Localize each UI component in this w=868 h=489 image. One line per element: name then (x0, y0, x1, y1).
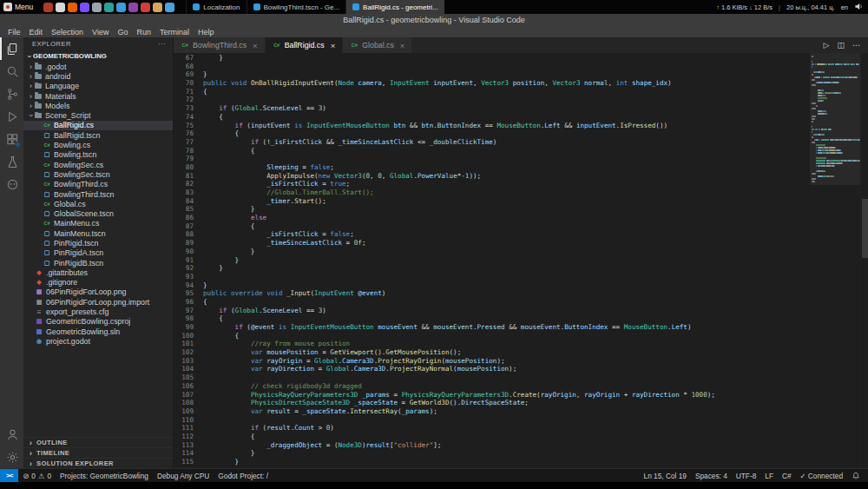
workspace-section-header[interactable]: › GEOMETRICBOWLING (23, 50, 173, 62)
menu-run[interactable]: Run (132, 28, 155, 36)
godot-connection[interactable]: ✓ Connected (796, 469, 847, 482)
code-line[interactable]: 75 if (inputEvent is InputEventMouseButt… (174, 122, 810, 130)
panel-app-icon-5[interactable] (92, 3, 102, 12)
code-line[interactable]: 72 (174, 96, 810, 104)
settings-activity-button[interactable] (0, 446, 23, 468)
code-line[interactable]: 111 if (result.Count > 0) (174, 424, 810, 433)
tree-file--gitignore[interactable]: ◆.gitignore (23, 278, 173, 287)
code-line[interactable]: 102 var mousePosition = GetViewport().Ge… (174, 348, 810, 357)
code-line[interactable]: 93 (174, 273, 810, 281)
code-line[interactable]: 78 { (174, 147, 810, 155)
code-line[interactable]: 98 { (174, 314, 810, 323)
tree-file-bowlingthird-tscn[interactable]: ▢BowlingThird.tscn (23, 189, 173, 199)
code-line[interactable]: 110 (174, 416, 810, 425)
tree-folder-scene-script[interactable]: ›Scene_Script (23, 110, 173, 120)
tree-file-geometricbowling-csproj[interactable]: ▤GeometricBowling.csproj (23, 317, 173, 327)
menu-selection[interactable]: Selection (47, 28, 88, 36)
projects-status[interactable]: Projects: GeometricBowling (56, 469, 153, 482)
tree-file-pinrigid-tscn[interactable]: ▢PinRigid.tscn (23, 238, 173, 248)
tree-file-ballrigid-cs[interactable]: C#BallRigid.cs (23, 121, 173, 130)
debug-config-status[interactable]: Debug Any CPU (153, 469, 214, 482)
code-line[interactable]: 97 if (Global.SceneLevel == 3) (174, 307, 810, 315)
code-line[interactable]: 86 else (174, 214, 810, 222)
godot-tools-activity-button[interactable] (0, 173, 23, 195)
panel-app-icon-1[interactable] (43, 3, 53, 12)
code-line[interactable]: 87 { (174, 222, 810, 231)
code-line[interactable]: 91 } (174, 256, 810, 265)
code-line[interactable]: 113 _draggedObject = (Node3D)result["col… (174, 441, 810, 450)
code-line[interactable]: 99 if (@event is InputEventMouseButton m… (174, 323, 810, 332)
menu-terminal[interactable]: Terminal (155, 28, 194, 36)
eol[interactable]: LF (760, 469, 778, 482)
tab-ballrigid-cs[interactable]: C#BallRigid.cs× (266, 37, 344, 53)
menu-view[interactable]: View (88, 28, 113, 36)
tab-bowlingthird-cs[interactable]: C#BowlingThird.cs× (174, 37, 266, 53)
code-content[interactable]: 67 }6869}70public void OnBallRigidInputE… (174, 53, 810, 468)
tree-file-bowling-cs[interactable]: C#Bowling.cs (23, 140, 173, 149)
code-line[interactable]: 76 { (174, 129, 810, 138)
explorer-activity-button[interactable] (0, 37, 23, 60)
tree-file-bowlingsec-cs[interactable]: C#BowlingSec.cs (23, 160, 173, 169)
testing-activity-button[interactable] (0, 150, 23, 173)
code-line[interactable]: 95public override void _Input(InputEvent… (174, 289, 810, 298)
tree-file-geometricbowling-sln[interactable]: ▤GeometricBowling.sln (23, 327, 173, 336)
code-line[interactable]: 94} (174, 281, 810, 290)
code-line[interactable]: 104 var rayDirection = Global.Camera3D.P… (174, 365, 810, 373)
panel-app-icon-10[interactable] (153, 3, 162, 12)
menu-file[interactable]: File (3, 28, 25, 36)
tree-file-bowlingsec-tscn[interactable]: ▢BowlingSec.tscn (23, 169, 173, 179)
sidebar-panel-outline[interactable]: ›OUTLINE (23, 437, 173, 447)
indentation[interactable]: Spaces: 4 (691, 469, 732, 482)
code-line[interactable]: 85 } (174, 205, 810, 214)
tab-global-cs[interactable]: C#Global.cs× (343, 37, 412, 53)
code-line[interactable]: 89 _timeSinceLastClick = 0f; (174, 239, 810, 248)
code-line[interactable]: 115 } (174, 458, 810, 466)
code-line[interactable]: 108 PhysicsDirectSpaceState3D _spaceStat… (174, 399, 810, 407)
panel-app-icon-2[interactable] (56, 3, 65, 12)
encoding[interactable]: UTF-8 (732, 469, 761, 482)
tree-file-global-cs[interactable]: C#Global.cs (23, 199, 173, 208)
code-line[interactable]: 100 { (174, 332, 810, 340)
vertical-scrollbar[interactable] (860, 53, 868, 468)
tree-folder-materials[interactable]: ›Materials (23, 91, 173, 101)
tree-file--gitattributes[interactable]: ◆.gitattributes (23, 268, 173, 277)
code-line[interactable]: 103 var rayOrigin = Global.Camera3D.Proj… (174, 357, 810, 366)
code-line[interactable]: 92 } (174, 264, 810, 273)
code-editor[interactable]: 67 }6869}70public void OnBallRigidInputE… (174, 53, 868, 468)
tree-folder-language[interactable]: ›Language (23, 82, 173, 91)
code-line[interactable]: 71{ (174, 88, 810, 96)
menu-go[interactable]: Go (113, 28, 132, 36)
tree-file-mainmenu-tscn[interactable]: ▢MainMenu.tscn (23, 228, 173, 238)
taskbar-window-button[interactable]: BallRigid.cs - geometri... (345, 0, 444, 14)
tree-folder-android[interactable]: ›android (23, 71, 173, 81)
tree-file-globalscene-tscn[interactable]: ▢GlobalScene.tscn (23, 208, 173, 218)
code-line[interactable]: 112 { (174, 433, 810, 441)
close-icon[interactable]: × (253, 41, 258, 50)
code-line[interactable]: 81 ApplyImpulse(new Vector3(0, 0, Global… (174, 172, 810, 181)
code-line[interactable]: 109 var result = _spaceState.IntersectRa… (174, 407, 810, 416)
search-activity-button[interactable] (0, 60, 23, 83)
code-line[interactable]: 77 if (!_isFirstClick && _timeSinceLastC… (174, 138, 810, 147)
more-actions-button[interactable]: ⋯ (852, 41, 860, 50)
cursor-position[interactable]: Ln 15, Col 19 (640, 469, 691, 482)
code-line[interactable]: 82 _isFirstClick = true; (174, 180, 810, 188)
taskbar-window-button[interactable]: Localization (186, 0, 246, 14)
run-debug-activity-button[interactable] (0, 105, 23, 128)
panel-app-icon-9[interactable] (141, 3, 150, 12)
code-line[interactable]: 74 { (174, 113, 810, 122)
tree-file-ballrigid-tscn[interactable]: ▢BallRigid.tscn (23, 130, 173, 140)
tree-file-pinrigidb-tscn[interactable]: ▢PinRigidB.tscn (23, 258, 173, 268)
code-line[interactable]: 79 (174, 155, 810, 163)
code-line[interactable]: 83 //Global.TimerBall.Start(); (174, 188, 810, 197)
sidebar-panel-solution-explorer[interactable]: ›SOLUTION EXPLORER (23, 458, 173, 468)
code-line[interactable]: 88 _isFirstClick = false; (174, 230, 810, 239)
godot-project-status[interactable]: Godot Project: / (214, 469, 273, 482)
panel-app-icon-4[interactable] (80, 3, 89, 12)
minimap[interactable] (810, 53, 860, 468)
code-line[interactable]: 107 PhysicsRayQueryParameters3D _params … (174, 391, 810, 400)
code-line[interactable]: 105 (174, 373, 810, 382)
extensions-activity-button[interactable] (0, 128, 23, 150)
tree-file-mainmenu-cs[interactable]: C#MainMenu.cs (23, 219, 173, 228)
code-line[interactable]: 101 //ray from mouse position (174, 340, 810, 348)
close-icon[interactable]: × (400, 41, 405, 50)
